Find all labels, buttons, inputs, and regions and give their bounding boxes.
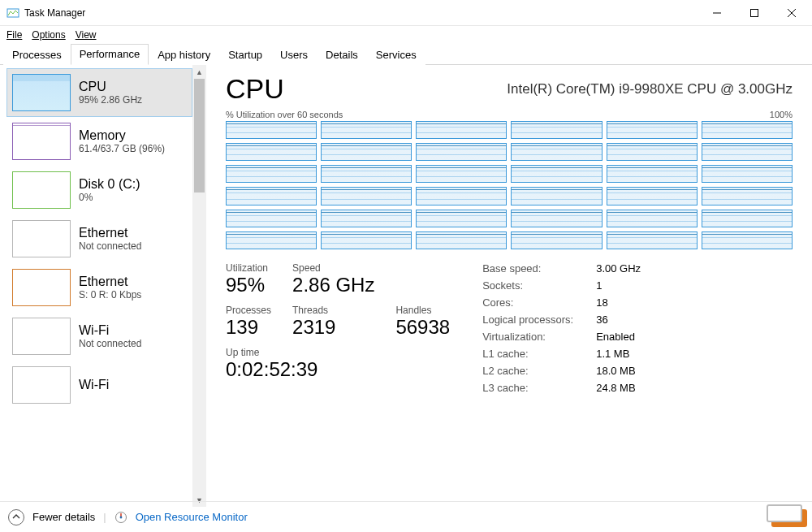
- sidebar-list: CPU95% 2.86 GHz Memory61.4/63.7 GB (96%)…: [0, 65, 192, 507]
- sidebar-item-label: Ethernet: [79, 275, 141, 289]
- core-chart: [607, 187, 698, 205]
- sidebar-item-label: Ethernet: [79, 226, 141, 240]
- core-chart: [511, 143, 602, 161]
- sidebar-item-wifi-2[interactable]: Wi-Fi: [6, 361, 192, 409]
- core-chart: [416, 143, 507, 161]
- sidebar-item-sub: 61.4/63.7 GB (96%): [79, 143, 165, 154]
- core-chart: [226, 210, 317, 227]
- stat-threads: 2319: [292, 316, 374, 339]
- sidebar-item-cpu[interactable]: CPU95% 2.86 GHz: [6, 68, 192, 117]
- spec-value: 1.1 MB: [596, 348, 641, 360]
- sidebar-item-wifi-1[interactable]: Wi-FiNot connected: [6, 312, 192, 361]
- spec-label: L1 cache:: [482, 348, 573, 360]
- sidebar-item-disk0[interactable]: Disk 0 (C:)0%: [6, 166, 192, 214]
- core-chart: [416, 165, 507, 183]
- separator: |: [103, 511, 106, 523]
- close-button[interactable]: [773, 1, 810, 25]
- svg-rect-0: [7, 9, 19, 17]
- spec-label: L2 cache:: [482, 365, 573, 377]
- sidebar-scrollbar[interactable]: ▲ ▼: [192, 65, 206, 507]
- spec-value: 3.00 GHz: [596, 262, 641, 275]
- core-chart: [321, 143, 412, 161]
- spec-value: 36: [596, 314, 641, 326]
- tab-services[interactable]: Services: [367, 45, 425, 65]
- core-chart: [607, 210, 698, 227]
- tab-startup[interactable]: Startup: [219, 45, 271, 65]
- core-chart: [702, 187, 793, 205]
- tab-performance[interactable]: Performance: [71, 44, 149, 65]
- core-chart: [702, 121, 793, 139]
- tab-users[interactable]: Users: [271, 45, 317, 65]
- core-chart: [607, 143, 698, 161]
- sidebar-item-sub: Not connected: [79, 338, 141, 349]
- menu-file[interactable]: File: [6, 29, 22, 41]
- sidebar-item-ethernet-1[interactable]: EthernetNot connected: [6, 214, 192, 263]
- core-chart: [321, 165, 412, 183]
- svg-rect-2: [751, 9, 758, 16]
- ethernet-thumb-icon: [12, 269, 71, 306]
- core-chart: [321, 210, 412, 227]
- chart-label-right: 100%: [770, 110, 793, 119]
- core-chart: [607, 165, 698, 183]
- stat-label: Utilization: [226, 262, 271, 274]
- sidebar-item-label: Wi-Fi: [79, 378, 109, 392]
- sidebar-item-sub: S: 0 R: 0 Kbps: [79, 289, 141, 301]
- stat-label: Up time: [226, 347, 450, 358]
- sidebar-item-ethernet-2[interactable]: EthernetS: 0 R: 0 Kbps: [6, 263, 192, 312]
- cpu-thumb-icon: [12, 74, 71, 111]
- spec-value: 24.8 MB: [596, 382, 641, 394]
- core-chart: [416, 231, 507, 249]
- window-title: Task Manager: [24, 7, 698, 19]
- fewer-details-link[interactable]: Fewer details: [32, 511, 95, 523]
- core-chart: [702, 143, 793, 161]
- stat-label: Threads: [292, 305, 374, 316]
- spec-value: 18: [596, 296, 641, 309]
- tab-details[interactable]: Details: [317, 45, 367, 65]
- cpu-core-grid[interactable]: [226, 121, 793, 249]
- footer: Fewer details | Open Resource Monitor: [0, 501, 812, 532]
- stat-handles: 56938: [395, 316, 450, 339]
- core-chart: [511, 187, 602, 205]
- wifi-thumb-icon: [12, 318, 71, 355]
- stat-label: Processes: [226, 305, 271, 316]
- scroll-thumb[interactable]: [194, 79, 205, 192]
- core-chart: [511, 165, 602, 183]
- open-resource-monitor-link[interactable]: Open Resource Monitor: [136, 511, 248, 523]
- stats: Utilization95% Speed2.86 GHz Processes13…: [226, 262, 793, 394]
- menu-view[interactable]: View: [76, 29, 97, 41]
- sidebar-item-sub: 0%: [79, 192, 140, 203]
- tab-app-history[interactable]: App history: [149, 45, 219, 65]
- spec-label: Base speed:: [482, 262, 573, 275]
- core-chart: [226, 165, 317, 183]
- spec-label: Virtualization:: [482, 331, 573, 343]
- spec-list: Base speed:3.00 GHzSockets:1Cores:18Logi…: [482, 262, 641, 394]
- stat-label: Handles: [395, 305, 450, 316]
- sidebar-item-label: Wi-Fi: [79, 323, 141, 338]
- menu-options[interactable]: Options: [32, 29, 65, 41]
- sidebar-item-label: Disk 0 (C:): [79, 177, 140, 192]
- stat-speed: 2.86 GHz: [292, 274, 374, 296]
- menubar: File Options View: [0, 26, 812, 44]
- scroll-up-button[interactable]: ▲: [192, 65, 206, 79]
- titlebar: Task Manager: [0, 0, 812, 26]
- core-chart: [321, 187, 412, 205]
- fewer-details-icon[interactable]: [8, 509, 24, 526]
- core-chart: [226, 143, 317, 161]
- core-chart: [702, 231, 793, 249]
- page-title: CPU: [226, 73, 284, 105]
- sidebar-item-memory[interactable]: Memory61.4/63.7 GB (96%): [6, 117, 192, 166]
- cpu-model: Intel(R) Core(TM) i9-9980XE CPU @ 3.00GH…: [507, 81, 793, 97]
- minimize-button[interactable]: [698, 1, 736, 25]
- stat-label: Speed: [292, 262, 374, 274]
- core-chart: [321, 231, 412, 249]
- spec-value: 18.0 MB: [596, 365, 641, 377]
- core-chart: [416, 121, 507, 139]
- tab-processes[interactable]: Processes: [3, 45, 71, 65]
- core-chart: [607, 231, 698, 249]
- core-chart: [607, 121, 698, 139]
- maximize-button[interactable]: [736, 1, 773, 25]
- taskmanager-icon: [6, 6, 19, 19]
- core-chart: [702, 165, 793, 183]
- main-panel: CPU Intel(R) Core(TM) i9-9980XE CPU @ 3.…: [206, 65, 812, 507]
- spec-label: Logical processors:: [482, 314, 573, 326]
